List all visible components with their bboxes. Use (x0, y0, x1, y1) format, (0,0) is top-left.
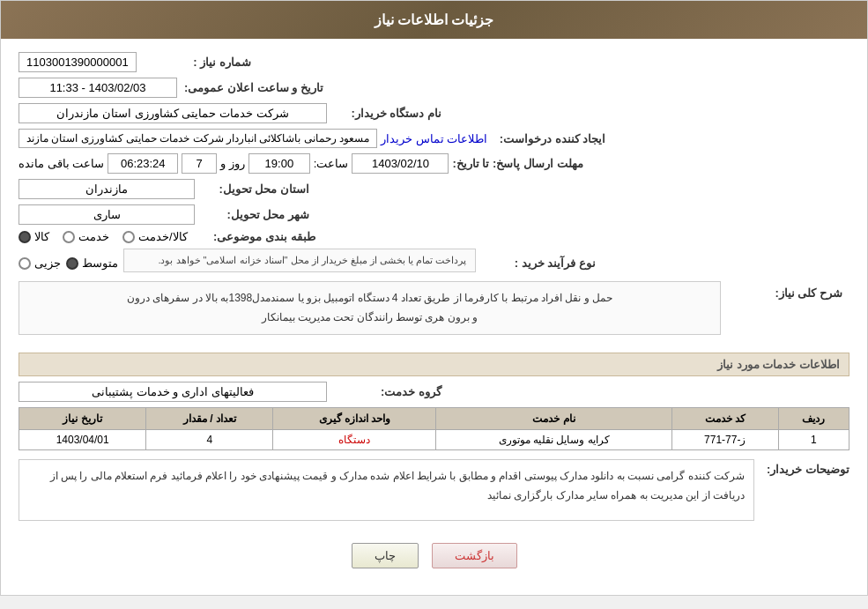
button-row: بازگشت چاپ (19, 530, 849, 582)
shahr-value: ساری (19, 204, 195, 225)
cell-kod: ز-77-771 (671, 430, 778, 450)
mohlat-roz-label: روز و (220, 157, 245, 170)
radio-jozi-label: جزیی (34, 256, 61, 270)
radio-khidmat-icon (63, 231, 75, 243)
back-button[interactable]: بازگشت (432, 543, 517, 568)
table-row: 1 ز-77-771 کرایه وسایل نقلیه موتوری دستگ… (19, 430, 849, 450)
tarikh-value: 1403/02/03 - 11:33 (19, 78, 177, 98)
mohlat-roz: 7 (182, 153, 217, 174)
tarikh-label: تاریخ و ساعت اعلان عمومی: (184, 81, 323, 94)
ostan-label: استان محل تحویل: (195, 182, 309, 196)
tabaqe-kala-khidmat[interactable]: کالا/خدمت (122, 230, 188, 243)
cell-tedad: 4 (146, 430, 273, 450)
col-kod: کد خدمت (671, 408, 778, 430)
radio-kala-label: کالا (34, 230, 49, 243)
ijad-label: ایجاد کننده درخواست: (491, 132, 605, 145)
shomare-niaz-label: شماره نیاز : (137, 56, 251, 69)
nam-dastgah-value: شرکت خدمات حمایتی کشاورزی استان مازندران (19, 103, 327, 123)
page-title: جزئیات اطلاعات نیاز (1, 1, 867, 39)
shrh-text-line2: و برون هری توسط رانندگان تحت مدیریت بیما… (30, 308, 709, 328)
mohlat-saat: 19:00 (249, 153, 310, 174)
services-table: ردیف کد خدمت نام خدمت واحد اندازه گیری ت… (19, 407, 849, 450)
nooe-note: پرداخت تمام یا بخشی از مبلغ خریدار از مح… (123, 249, 476, 272)
radio-kala-icon (19, 231, 31, 243)
mohlat-baqi: 06:23:24 (108, 153, 178, 174)
mohlat-saat-label: ساعت: (314, 157, 349, 170)
col-tarikh: تاریخ نیاز (19, 408, 146, 430)
group-label: گروه خدمت: (327, 385, 441, 398)
nooe-motavasset[interactable]: متوسط (66, 256, 118, 270)
col-vahed: واحد اندازه گیری (273, 408, 436, 430)
tabaqe-label: طبقه بندی موضوعی: (201, 230, 315, 243)
info-khadamat-header: اطلاعات خدمات مورد نیاز (19, 353, 849, 376)
ijad-value: مسعود رحمانی باشاکلائی انباردار شرکت خدم… (19, 129, 377, 148)
col-radif: ردیف (778, 408, 849, 430)
tabaqe-kala[interactable]: کالا (19, 230, 49, 243)
nam-dastgah-label: نام دستگاه خریدار: (327, 107, 441, 120)
ijad-link[interactable]: اطلاعات تماس خریدار (381, 132, 487, 145)
radio-motavasset-label: متوسط (82, 256, 118, 270)
tosih-text: شرکت کننده گرامی نسبت به دانلود مدارک پی… (19, 459, 754, 521)
col-tedad: تعداد / مقدار (146, 408, 273, 430)
radio-jozi-icon (19, 257, 31, 270)
col-nam: نام خدمت (436, 408, 672, 430)
shrh-label: شرح کلی نیاز: (728, 286, 842, 300)
ostan-value: مازندران (19, 179, 195, 199)
cell-nam: کرایه وسایل نقلیه موتوری (436, 430, 672, 450)
tosih-label: توضیحات خریدار: (761, 463, 849, 476)
tabaqe-khidmat[interactable]: خدمت (63, 230, 109, 243)
shomare-niaz-value: 1103001390000001 (19, 52, 137, 72)
radio-kala-khidmat-icon (122, 231, 135, 243)
shrh-text-line1: حمل و نقل افراد مرتبط با کارفرما از طریق… (30, 289, 709, 308)
mohlat-label: مهلت ارسال پاسخ: تا تاریخ: (452, 157, 582, 170)
radio-khidmat-label: خدمت (78, 230, 109, 243)
cell-vahed: دستگاه (273, 430, 436, 450)
group-value: فعالیتهای اداری و خدمات پشتیبانی (19, 382, 327, 402)
cell-tarikh: 1403/04/01 (19, 430, 146, 450)
radio-motavasset-icon (66, 257, 78, 270)
print-button[interactable]: چاپ (352, 543, 419, 568)
mohlat-date: 1403/02/10 (352, 153, 449, 174)
nooe-jozi[interactable]: جزیی (19, 256, 61, 270)
cell-radif: 1 (778, 430, 849, 450)
nooe-label: نوع فرآیند خرید : (481, 256, 596, 270)
mohlat-baqi-label: ساعت باقی مانده (19, 157, 104, 170)
radio-kala-khidmat-label: کالا/خدمت (138, 230, 188, 243)
shahr-label: شهر محل تحویل: (195, 208, 309, 221)
